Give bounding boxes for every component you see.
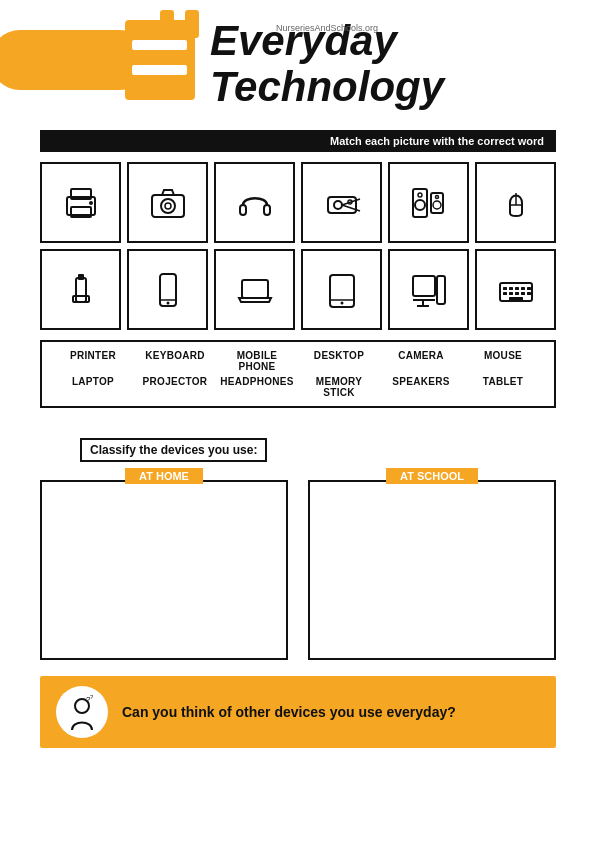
at-school-box[interactable] <box>308 480 556 660</box>
icon-cell-headphones <box>214 162 295 243</box>
svg-rect-30 <box>78 274 84 280</box>
svg-point-33 <box>166 301 169 304</box>
word-projector: PROJECTOR <box>136 376 214 398</box>
icon-cell-camera <box>127 162 208 243</box>
at-school-label: AT SCHOOL <box>386 468 478 484</box>
svg-rect-34 <box>242 280 268 298</box>
svg-rect-38 <box>413 276 435 296</box>
icon-cell-speakers <box>388 162 469 243</box>
svg-rect-52 <box>515 292 519 295</box>
icon-cell-mouse <box>475 162 556 243</box>
thinking-person-icon: ? ? <box>56 686 108 738</box>
svg-rect-13 <box>240 205 246 215</box>
svg-rect-51 <box>509 297 523 300</box>
svg-rect-54 <box>527 292 531 295</box>
icon-cell-laptop <box>214 249 295 330</box>
word-camera: CAMERA <box>382 350 460 372</box>
at-home-label: AT HOME <box>125 468 203 484</box>
svg-rect-2 <box>160 10 174 38</box>
svg-text:?: ? <box>90 694 94 700</box>
bottom-banner: ? ? Can you think of other devices you u… <box>40 676 556 748</box>
svg-rect-39 <box>437 276 445 304</box>
icon-cell-desktop <box>388 249 469 330</box>
at-school-wrapper: AT SCHOOL <box>308 480 556 660</box>
svg-rect-4 <box>132 40 187 50</box>
svg-rect-47 <box>521 287 525 290</box>
svg-rect-49 <box>503 292 507 295</box>
svg-point-11 <box>161 199 175 213</box>
svg-point-37 <box>340 301 343 304</box>
word-desktop: DESKTOP <box>300 350 378 372</box>
svg-point-16 <box>334 201 342 209</box>
svg-rect-45 <box>509 287 513 290</box>
icon-cell-printer <box>40 162 121 243</box>
icon-cell-mobile <box>127 249 208 330</box>
icon-cell-projector <box>301 162 382 243</box>
svg-point-21 <box>415 200 425 210</box>
icon-cell-usb <box>40 249 121 330</box>
icon-cell-tablet <box>301 249 382 330</box>
website-label: NurseriesAndSchools.org <box>227 23 427 33</box>
svg-rect-28 <box>76 278 86 302</box>
svg-rect-5 <box>132 65 187 75</box>
icon-grid <box>40 162 556 330</box>
at-home-box[interactable] <box>40 480 288 660</box>
word-mobile-phone: MOBILE PHONE <box>218 350 296 372</box>
svg-point-25 <box>435 195 438 198</box>
svg-rect-53 <box>521 292 525 295</box>
word-memory-stick: MEMORY STICK <box>300 376 378 398</box>
word-tablet: TABLET <box>464 376 542 398</box>
icon-cell-keyboard <box>475 249 556 330</box>
word-printer: PRINTER <box>54 350 132 372</box>
at-home-wrapper: AT HOME <box>40 480 288 660</box>
plug-icon <box>0 10 210 110</box>
svg-rect-3 <box>185 10 199 38</box>
svg-rect-31 <box>160 274 176 306</box>
instruction-bar: Match each picture with the correct word <box>40 130 556 152</box>
svg-rect-46 <box>515 287 519 290</box>
classify-boxes: AT HOME AT SCHOOL <box>40 480 556 660</box>
svg-rect-44 <box>503 287 507 290</box>
svg-rect-50 <box>509 292 513 295</box>
word-speakers: SPEAKERS <box>382 376 460 398</box>
bottom-question: Can you think of other devices you use e… <box>122 704 456 720</box>
header-section: NurseriesAndSchools.org Everyday Technol… <box>0 0 596 130</box>
word-headphones: HEADPHONES <box>218 376 296 398</box>
svg-rect-14 <box>264 205 270 215</box>
word-laptop: LAPTOP <box>54 376 132 398</box>
word-mouse: MOUSE <box>464 350 542 372</box>
svg-point-24 <box>433 201 441 209</box>
classify-label: Classify the devices you use: <box>80 438 267 462</box>
svg-point-9 <box>89 201 93 205</box>
word-keyboard: KEYBOARD <box>136 350 214 372</box>
svg-rect-48 <box>527 287 531 290</box>
word-bank: PRINTER KEYBOARD MOBILE PHONE DESKTOP CA… <box>40 340 556 408</box>
svg-point-22 <box>418 193 422 197</box>
title-area: NurseriesAndSchools.org Everyday Technol… <box>210 18 444 110</box>
svg-point-12 <box>165 203 171 209</box>
svg-line-18 <box>342 205 360 211</box>
